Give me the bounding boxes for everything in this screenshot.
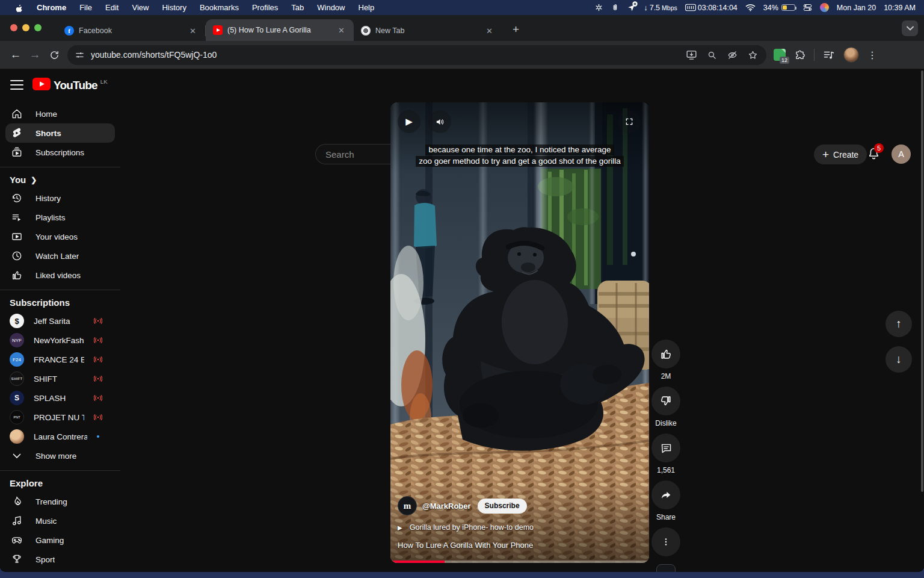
sidebar-item-your-videos[interactable]: Your videos	[0, 227, 120, 246]
bookmark-star-icon[interactable]	[748, 50, 758, 60]
create-button[interactable]: + Create	[814, 144, 867, 164]
caption-line-2: zoo goer method to try and get a good sh…	[416, 156, 623, 167]
install-app-icon[interactable]	[686, 50, 697, 60]
chevron-right-icon: ❯	[31, 176, 37, 184]
close-tab-icon[interactable]: ✕	[335, 25, 348, 36]
menubar-date[interactable]: Mon Jan 20	[837, 4, 876, 12]
extensions-puzzle-icon[interactable]	[794, 49, 805, 61]
share-button[interactable]	[651, 480, 680, 509]
fullscreen-button[interactable]	[618, 110, 641, 133]
sidebar-subscription-projet-nu-tv[interactable]: PNT PROJET NU TV	[0, 408, 120, 427]
sidebar-item-history[interactable]: History	[0, 188, 120, 208]
new-tab-button[interactable]: +	[509, 23, 523, 36]
close-tab-icon[interactable]: ✕	[186, 25, 199, 37]
menu-tab[interactable]: Tab	[285, 3, 310, 12]
address-bar[interactable]: youtube.com/shorts/tFQ5wjQ-1o0	[67, 45, 766, 65]
sidebar-subscription-laura-contreras[interactable]: Laura Contreras	[0, 427, 120, 446]
next-short-button[interactable]: ↓	[886, 346, 912, 373]
forward-button[interactable]: →	[25, 45, 45, 64]
sidebar-label: Trending	[35, 497, 67, 506]
menu-bookmarks[interactable]: Bookmarks	[193, 3, 245, 12]
menubar-clock[interactable]: 10:39 AM	[884, 4, 916, 12]
progress-bar[interactable]	[390, 561, 649, 563]
reload-button[interactable]	[45, 45, 64, 64]
sidebar-item-music[interactable]: Music	[0, 511, 120, 530]
menu-history[interactable]: History	[155, 3, 192, 12]
dislike-button[interactable]	[651, 387, 680, 415]
menu-window[interactable]: Window	[310, 3, 351, 12]
notifications-button[interactable]: 5	[867, 146, 881, 163]
sidebar-item-shorts[interactable]: Shorts	[5, 123, 115, 143]
back-button[interactable]: ←	[6, 45, 25, 64]
menu-file[interactable]: File	[73, 3, 99, 12]
site-settings-icon[interactable]	[75, 50, 85, 60]
url-text[interactable]: youtube.com/shorts/tFQ5wjQ-1o0	[91, 50, 686, 60]
account-avatar[interactable]: A	[892, 144, 911, 164]
sidebar-subscription-newyorkfashion[interactable]: NYF NewYorkFashion...	[0, 331, 120, 350]
sidebar-item-subscriptions[interactable]: Subscriptions	[0, 143, 120, 162]
timer-status[interactable]: 03:08:14:04	[685, 4, 738, 12]
sidebar-subscription-jeff-sarita[interactable]: $ Jeff Sarita	[0, 311, 120, 331]
location-services-icon[interactable]	[627, 3, 636, 12]
tab-search-button[interactable]	[902, 20, 918, 36]
more-actions-button[interactable]	[651, 527, 680, 556]
new-content-dot	[97, 435, 99, 438]
menubar-app-name[interactable]: Chrome	[30, 3, 73, 12]
tab-gorilla-video[interactable]: (5) How To Lure A Gorilla ✕	[206, 19, 354, 41]
battery-status[interactable]: 34%	[763, 4, 795, 12]
channel-avatar: PNT	[10, 410, 24, 424]
menu-view[interactable]: View	[125, 3, 155, 12]
menu-help[interactable]: Help	[352, 3, 381, 12]
chatgpt-menubar-icon[interactable]	[594, 3, 603, 12]
sidebar-item-watch-later[interactable]: Watch Later	[0, 246, 120, 266]
menu-edit[interactable]: Edit	[99, 3, 125, 12]
adblock-extension-icon[interactable]: 12	[774, 49, 786, 61]
channel-avatar[interactable]: m	[398, 496, 417, 515]
thumbs-down-icon	[659, 394, 673, 408]
sidebar-subscription-france24[interactable]: F24 FRANCE 24 Engli...	[0, 350, 120, 369]
sidebar-item-gaming[interactable]: Gaming	[0, 530, 120, 550]
wifi-icon[interactable]	[745, 4, 756, 11]
browser-menu-icon[interactable]: ⋮	[867, 49, 877, 61]
user-menubar-avatar[interactable]	[820, 3, 829, 12]
eye-hidden-icon[interactable]	[727, 50, 738, 60]
sidebar-item-playlists[interactable]: Playlists	[0, 208, 120, 227]
media-controls-icon[interactable]	[823, 50, 835, 60]
previous-short-button[interactable]: ↑	[886, 311, 912, 337]
sound-row[interactable]: ▶ Gorilla lured by iPhone- how-to demo	[398, 523, 642, 532]
menu-profiles[interactable]: Profiles	[245, 3, 285, 12]
apple-menu-icon[interactable]	[8, 3, 30, 13]
network-speed[interactable]: ↓7.5Mbps	[644, 3, 677, 12]
region-code: LK	[100, 78, 108, 85]
youtube-logo[interactable]: YouTube LK	[32, 78, 107, 93]
paperclip-icon[interactable]	[611, 3, 619, 12]
sidebar-subscription-shift[interactable]: SHIFT SHIFT	[0, 369, 120, 388]
channel-handle[interactable]: @MarkRober	[422, 502, 471, 511]
channel-avatar-thumbnail[interactable]: m	[656, 564, 676, 572]
sidebar-item-liked-videos[interactable]: Liked videos	[0, 266, 120, 285]
shorts-video-player[interactable]: ▶ because one time at the zoo, I noticed…	[390, 102, 649, 563]
profile-avatar[interactable]	[843, 47, 859, 63]
tab-new-tab[interactable]: New Tab ✕	[354, 20, 502, 41]
you-section-title[interactable]: You ❯	[0, 172, 120, 188]
close-window-button[interactable]	[10, 24, 17, 31]
subscriptions-section-title: Subscriptions	[0, 295, 120, 311]
sidebar-item-home[interactable]: Home	[0, 104, 120, 123]
volume-button[interactable]	[428, 110, 451, 133]
minimize-window-button[interactable]	[22, 24, 29, 31]
sidebar-item-sport[interactable]: Sport	[0, 550, 120, 569]
guide-menu-button[interactable]	[10, 79, 23, 91]
zoom-icon[interactable]	[707, 50, 717, 60]
comments-button[interactable]	[651, 434, 680, 462]
sidebar-show-more[interactable]: Show more	[0, 446, 120, 465]
subscribe-button[interactable]: Subscribe	[478, 499, 527, 514]
like-button[interactable]	[651, 340, 680, 368]
page-scrollbar[interactable]	[921, 70, 923, 492]
control-center-icon[interactable]	[803, 4, 812, 11]
close-tab-icon[interactable]: ✕	[483, 25, 496, 37]
tab-facebook[interactable]: f Facebook ✕	[57, 20, 205, 41]
sidebar-item-trending[interactable]: Trending	[0, 492, 120, 511]
play-button[interactable]: ▶	[398, 110, 420, 133]
zoom-window-button[interactable]	[34, 24, 42, 31]
sidebar-subscription-splash[interactable]: S SPLASH	[0, 388, 120, 408]
